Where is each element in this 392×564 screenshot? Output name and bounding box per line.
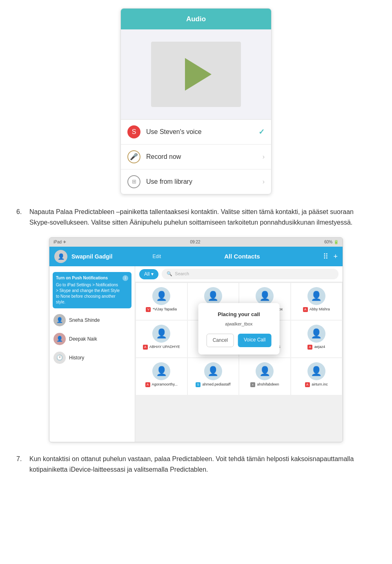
push-notification-banner: Turn on Push Notifications Go to iPad Se… bbox=[53, 272, 131, 308]
call-dialog: Placing your call ajwalker_tbox Cancel V… bbox=[198, 303, 280, 354]
airturn-name: A airturn.inc bbox=[305, 382, 328, 387]
instruction-7-block: 7. Kun kontaktisi on ottanut puhelun vas… bbox=[16, 454, 376, 475]
instruction-6-num: 6. bbox=[16, 207, 24, 227]
library-icon: ⊞ bbox=[127, 175, 140, 188]
history-name: History bbox=[69, 354, 84, 362]
aaron-tbox-avatar: 👤 bbox=[256, 287, 274, 305]
ahshif-avatar: 👤 bbox=[256, 362, 274, 380]
abhay-name: A ABHAY UPADHYE bbox=[143, 345, 180, 350]
aejaz-name: A aejaz4 bbox=[307, 345, 325, 350]
user-avatar: 👤 bbox=[54, 250, 67, 263]
push-notif-title: Turn on Push Notifications bbox=[56, 275, 120, 281]
vijay-badge: V bbox=[146, 307, 151, 312]
status-center: 09:22 bbox=[190, 239, 200, 245]
instruction-6: 6. Napauta Palaa Predictableen –painiket… bbox=[16, 207, 376, 227]
header-icons: ⠿ + bbox=[323, 251, 338, 263]
vijay-name: V *ViJay Tapadia bbox=[146, 307, 177, 312]
ahmed-badge: S bbox=[196, 382, 200, 387]
status-right: 60% 🔋 bbox=[324, 239, 339, 245]
call-dialog-buttons: Cancel Voice Call bbox=[207, 334, 272, 347]
agora-name: A Agoramoorthy... bbox=[145, 382, 178, 387]
call-dialog-subtitle: ajwalker_tbox bbox=[207, 321, 272, 328]
instruction-7: 7. Kun kontaktisi on ottanut puhelun vas… bbox=[16, 454, 376, 475]
abby-avatar: 👤 bbox=[307, 287, 325, 305]
sidebar-contact-sneha[interactable]: 👤 Sneha Shinde bbox=[49, 311, 135, 330]
contact-vijay[interactable]: 👤 V *ViJay Tapadia bbox=[136, 283, 187, 320]
sidebar-contact-deepak[interactable]: 👤 Deepak Naik bbox=[49, 330, 135, 348]
audio-header: Audio bbox=[121, 9, 271, 29]
sidebar-contact-history[interactable]: 🕐 History bbox=[49, 348, 135, 367]
edit-button[interactable]: Edit bbox=[153, 253, 161, 261]
audio-options-list: S Use Steven's voice ✓ 🎤 Record now › ⊞ … bbox=[121, 119, 271, 194]
sneha-name: Sneha Shinde bbox=[69, 317, 100, 324]
search-icon: 🔍 bbox=[167, 270, 172, 278]
contacts-title: All Contacts bbox=[165, 252, 319, 261]
cancel-call-button[interactable]: Cancel bbox=[207, 334, 234, 347]
contacts-toolbar: All ▾ 🔍 Search bbox=[135, 266, 343, 282]
sneha-avatar: 👤 bbox=[53, 314, 66, 326]
agora-avatar: 👤 bbox=[152, 362, 170, 380]
abby-name: A Abby Mishra bbox=[303, 307, 330, 312]
option-steven-voice[interactable]: S Use Steven's voice ✓ bbox=[121, 120, 271, 145]
contact-airturn[interactable]: 👤 A airturn.inc bbox=[291, 358, 342, 395]
info-icon: i bbox=[122, 275, 128, 281]
push-notification-text: Turn on Push Notifications Go to iPad Se… bbox=[56, 275, 120, 305]
audio-screenshot-section: Audio S Use Steven's voice ✓ 🎤 Record no… bbox=[16, 8, 376, 194]
play-icon[interactable] bbox=[185, 58, 212, 91]
status-bar: iPad ✈ 09:22 60% 🔋 bbox=[49, 238, 343, 247]
search-placeholder: Search bbox=[175, 270, 189, 278]
audio-player-area bbox=[121, 29, 271, 119]
instruction-6-block: 6. Napauta Palaa Predictableen –painiket… bbox=[16, 207, 376, 227]
audio-ui-card: Audio S Use Steven's voice ✓ 🎤 Record no… bbox=[120, 8, 272, 194]
abhay-avatar: 👤 bbox=[152, 325, 170, 343]
filter-all-button[interactable]: All ▾ bbox=[139, 269, 158, 279]
option-use-from-library[interactable]: ⊞ Use from library › bbox=[121, 169, 271, 194]
skype-ui-card: iPad ✈ 09:22 60% 🔋 👤 Swapnil Gadgil Edit… bbox=[49, 237, 343, 442]
instruction-7-text: Kun kontaktisi on ottanut puhelun vastaa… bbox=[29, 454, 376, 475]
audio-thumbnail bbox=[151, 42, 241, 107]
check-icon: ✓ bbox=[258, 126, 265, 138]
record-icon: 🎤 bbox=[127, 150, 140, 163]
status-left: iPad ✈ bbox=[53, 239, 66, 245]
chevron-right-icon: › bbox=[263, 152, 265, 162]
aaron-walker-avatar: 👤 bbox=[204, 287, 222, 305]
skype-sidebar: Turn on Push Notifications Go to iPad Se… bbox=[49, 266, 135, 442]
airturn-badge: A bbox=[305, 382, 310, 387]
contact-ahmed[interactable]: 👤 S ahmed.pediastaff bbox=[188, 358, 239, 395]
ahmed-name: S ahmed.pediastaff bbox=[196, 382, 230, 387]
aejaz-badge: A bbox=[307, 345, 312, 350]
instruction-7-num: 7. bbox=[16, 454, 24, 475]
push-notif-body: Go to iPad Settings > Notifications > Sk… bbox=[56, 282, 120, 305]
steven-voice-icon: S bbox=[127, 125, 140, 138]
contact-aejaz[interactable]: 👤 A aejaz4 bbox=[291, 321, 342, 357]
call-dialog-title: Placing your call bbox=[207, 310, 272, 319]
contact-ahshif[interactable]: 👤 x ahshifabdeen bbox=[239, 358, 290, 395]
steven-voice-label: Use Steven's voice bbox=[146, 127, 258, 137]
ahshif-name: x ahshifabdeen bbox=[250, 382, 279, 387]
use-from-library-label: Use from library bbox=[146, 176, 263, 187]
option-record-now[interactable]: 🎤 Record now › bbox=[121, 145, 271, 169]
chevron-right-icon-2: › bbox=[263, 176, 265, 187]
record-now-label: Record now bbox=[146, 152, 263, 162]
voice-call-button[interactable]: Voice Call bbox=[238, 334, 271, 347]
deepak-name: Deepak Naik bbox=[69, 335, 97, 343]
contacts-area: All ▾ 🔍 Search 👤 V *ViJay Tapadia bbox=[135, 266, 343, 442]
vijay-avatar: 👤 bbox=[152, 287, 170, 305]
grid-icon[interactable]: ⠿ bbox=[323, 251, 328, 263]
aejaz-avatar: 👤 bbox=[307, 325, 325, 343]
instruction-6-text: Napauta Palaa Predictableen –painiketta … bbox=[29, 207, 376, 227]
abby-badge: A bbox=[303, 307, 308, 312]
airturn-avatar: 👤 bbox=[307, 362, 325, 380]
contact-abhay[interactable]: 👤 A ABHAY UPADHYE bbox=[136, 321, 187, 357]
skype-body: Turn on Push Notifications Go to iPad Se… bbox=[49, 266, 343, 442]
user-name: Swapnil Gadgil bbox=[71, 252, 149, 261]
contact-abby[interactable]: 👤 A Abby Mishra bbox=[291, 283, 342, 320]
chevron-down-icon: ▾ bbox=[151, 270, 154, 278]
agora-badge: A bbox=[145, 382, 150, 387]
add-contact-icon[interactable]: + bbox=[333, 251, 338, 263]
skype-screenshot-section: iPad ✈ 09:22 60% 🔋 👤 Swapnil Gadgil Edit… bbox=[16, 237, 376, 442]
search-bar[interactable]: 🔍 Search bbox=[162, 269, 339, 279]
deepak-avatar: 👤 bbox=[53, 333, 66, 345]
contact-agora[interactable]: 👤 A Agoramoorthy... bbox=[136, 358, 187, 395]
skype-header: 👤 Swapnil Gadgil Edit All Contacts ⠿ + bbox=[49, 247, 343, 266]
